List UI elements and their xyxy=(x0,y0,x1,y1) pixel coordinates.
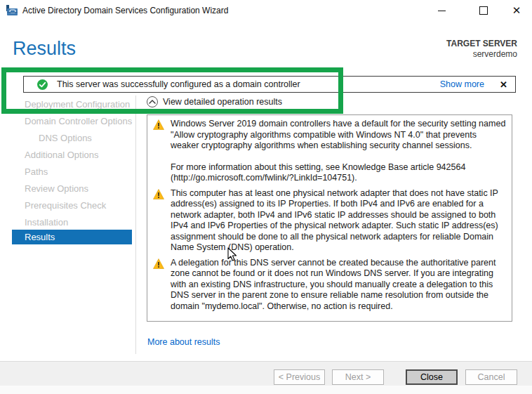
sidebar-item-results[interactable]: Results xyxy=(12,230,132,244)
cancel-button: Cancel xyxy=(465,369,517,385)
sidebar-divider xyxy=(135,96,136,354)
operation-results-panel: Windows Server 2019 domain controllers h… xyxy=(147,114,512,322)
sidebar-item-review-options: Review Options xyxy=(0,180,135,197)
window-title: Active Directory Domain Services Configu… xyxy=(22,6,228,15)
sidebar-item-additional-options: Additional Options xyxy=(0,146,135,163)
close-button[interactable]: Close xyxy=(406,369,458,385)
view-detailed-results-label: View detailed operation results xyxy=(163,97,282,107)
warning-triangle-icon xyxy=(153,188,164,254)
warning-triangle-icon xyxy=(153,258,164,313)
warning-item: This computer has at least one physical … xyxy=(153,188,506,254)
next-button: Next > xyxy=(332,369,384,385)
success-banner: This server was successfully configured … xyxy=(23,76,516,93)
close-window-button[interactable]: ✕ xyxy=(501,0,532,21)
target-server-block: TARGET SERVER serverdemo xyxy=(446,39,517,60)
warning-item: Windows Server 2019 domain controllers h… xyxy=(153,119,506,184)
sidebar-item-paths: Paths xyxy=(0,163,135,180)
background-window-edge xyxy=(0,386,532,394)
sidebar-item-dns-options: DNS Options xyxy=(0,129,135,146)
show-more-link[interactable]: Show more xyxy=(440,79,484,89)
chevron-up-circle-icon xyxy=(147,96,158,107)
banner-close-icon[interactable]: ✕ xyxy=(500,79,507,90)
view-detailed-results-toggle[interactable]: View detailed operation results xyxy=(147,96,282,107)
sidebar-item-deployment-configuration: Deployment Configuration xyxy=(0,96,135,112)
title-bar[interactable]: Active Directory Domain Services Configu… xyxy=(0,0,532,21)
warning-text: Windows Server 2019 domain controllers h… xyxy=(171,119,506,184)
more-about-results-link[interactable]: More about results xyxy=(147,337,220,347)
sidebar-item-installation: Installation xyxy=(0,214,135,230)
sidebar-item-prerequisites-check: Prerequisites Check xyxy=(0,197,135,214)
warning-item: A delegation for this DNS server cannot … xyxy=(153,258,506,313)
target-server-name: serverdemo xyxy=(446,49,517,60)
sidebar-item-domain-controller-options: Domain Controller Options xyxy=(0,112,135,129)
success-message: This server was successfully configured … xyxy=(57,79,300,89)
warning-triangle-icon xyxy=(153,119,164,184)
warning-text: This computer has at least one physical … xyxy=(171,188,506,254)
minimize-button[interactable] xyxy=(425,0,458,21)
previous-button: < Previous xyxy=(274,369,325,385)
page-title: Results xyxy=(13,38,76,60)
target-server-label: TARGET SERVER xyxy=(446,39,517,49)
success-check-icon xyxy=(37,79,48,90)
addsw-app-icon xyxy=(6,5,18,16)
warning-text: A delegation for this DNS server cannot … xyxy=(171,258,506,313)
maximize-button[interactable] xyxy=(467,0,500,21)
